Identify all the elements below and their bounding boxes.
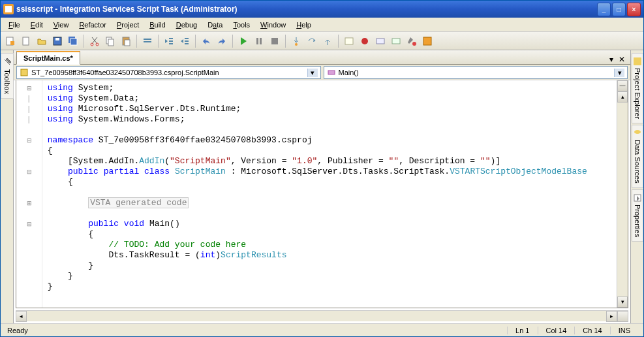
status-ready: Ready [6, 327, 507, 334]
stop-icon[interactable] [268, 34, 282, 48]
toolbar [1, 32, 643, 50]
menu-edit[interactable]: Edit [25, 19, 48, 31]
menubar: File Edit View Refactor Project Build De… [1, 18, 643, 32]
status-char: Ch 14 [574, 327, 609, 334]
menu-debug[interactable]: Debug [171, 19, 202, 31]
close-button[interactable]: × [627, 3, 641, 16]
collapsed-region[interactable]: VSTA generated code [88, 197, 189, 208]
redo-icon[interactable] [215, 34, 229, 48]
scroll-right-icon[interactable]: ▸ [606, 311, 617, 322]
run-icon[interactable] [236, 34, 251, 48]
maximize-button[interactable]: □ [612, 3, 626, 16]
svg-rect-4 [23, 37, 29, 45]
svg-rect-1 [5, 6, 12, 12]
open-icon[interactable] [35, 34, 49, 48]
settings-icon[interactable] [420, 34, 435, 48]
tab-close-icon[interactable]: ✕ [616, 55, 628, 64]
properties-tab[interactable]: Properties [632, 189, 643, 242]
fold-icon[interactable]: ⊟ [27, 83, 32, 93]
step-out-icon[interactable] [320, 34, 335, 48]
code-editor[interactable]: ⊟ │││ ⊟ ⊟ ⊞ ⊟ using System; using System… [16, 80, 628, 308]
menu-tools[interactable]: Tools [228, 19, 255, 31]
svg-rect-34 [328, 71, 335, 74]
svg-point-26 [295, 43, 298, 46]
titlebar: ssisscript - Integration Services Script… [1, 1, 643, 18]
tools-icon[interactable] [405, 34, 419, 48]
breakpoints-icon[interactable] [358, 34, 372, 48]
menu-build[interactable]: Build [144, 19, 170, 31]
svg-rect-14 [125, 40, 130, 46]
window-title: ssisscript - Integration Services Script… [16, 5, 597, 14]
fold-icon[interactable]: ⊟ [27, 219, 32, 229]
fold-icon[interactable]: ⊞ [27, 198, 32, 208]
member-navigator[interactable]: Main()▾ [324, 66, 628, 79]
svg-rect-18 [169, 40, 173, 42]
save-all-icon[interactable] [66, 34, 80, 48]
outdent-icon[interactable] [162, 34, 176, 48]
scroll-up-icon[interactable]: ▴ [617, 91, 628, 103]
status-column: Col 14 [538, 327, 575, 334]
step-over-icon[interactable] [305, 34, 319, 48]
svg-rect-27 [345, 38, 353, 44]
comment-icon[interactable] [140, 34, 155, 48]
class-navigator[interactable]: ST_7e00958ff3f640ffae032450708b3993.cspr… [16, 66, 321, 79]
document-tabs: ScriptMain.cs* ▾ ✕ [14, 50, 630, 65]
copy-icon[interactable] [103, 34, 117, 48]
svg-rect-15 [144, 39, 151, 40]
scroll-down-icon[interactable]: ▾ [617, 297, 628, 308]
statusbar: Ready Ln 1 Col 14 Ch 14 INS [1, 323, 643, 336]
svg-rect-19 [169, 43, 173, 44]
cut-icon[interactable] [87, 34, 102, 48]
output-icon[interactable] [389, 34, 403, 48]
paste-icon[interactable] [119, 34, 133, 48]
svg-point-36 [634, 130, 641, 134]
svg-rect-35 [634, 57, 641, 65]
scroll-split-icon[interactable]: — [617, 80, 628, 91]
menu-help[interactable]: Help [291, 19, 316, 31]
minimize-button[interactable]: _ [597, 3, 611, 16]
svg-rect-32 [423, 37, 431, 45]
pause-icon[interactable] [252, 34, 266, 48]
svg-rect-20 [185, 38, 189, 39]
menu-window[interactable]: Window [255, 19, 291, 31]
new-project-icon[interactable] [3, 34, 18, 48]
svg-rect-21 [185, 40, 189, 42]
svg-rect-33 [21, 69, 27, 76]
svg-rect-22 [185, 43, 189, 44]
status-insert: INS [610, 327, 638, 334]
status-line: Ln 1 [507, 327, 537, 334]
data-sources-tab[interactable]: Data Sources [632, 125, 643, 188]
svg-rect-6 [55, 38, 59, 40]
new-file-icon[interactable] [19, 34, 33, 48]
menu-project[interactable]: Project [112, 19, 144, 31]
svg-rect-17 [169, 38, 173, 39]
menu-file[interactable]: File [3, 19, 25, 31]
menu-refactor[interactable]: Refactor [74, 19, 112, 31]
svg-rect-29 [376, 39, 384, 44]
fold-icon[interactable]: ⊟ [27, 167, 32, 177]
scroll-left-icon[interactable]: ◂ [16, 311, 27, 322]
svg-rect-12 [108, 39, 114, 46]
immediate-icon[interactable] [342, 34, 356, 48]
menu-data[interactable]: Data [202, 19, 228, 31]
toolbox-panel[interactable]: Toolbox [1, 50, 14, 323]
horizontal-scrollbar[interactable]: ◂ ▸ [16, 310, 628, 321]
code-content[interactable]: using System; using System.Data; using M… [42, 80, 617, 308]
svg-rect-23 [256, 38, 258, 44]
project-explorer-tab[interactable]: Project Explorer [632, 53, 643, 123]
step-into-icon[interactable] [289, 34, 303, 48]
svg-rect-24 [260, 38, 262, 44]
app-icon [3, 4, 14, 14]
fold-icon[interactable]: ⊟ [27, 135, 32, 146]
svg-rect-25 [271, 38, 278, 44]
watch-icon[interactable] [373, 34, 388, 48]
save-icon[interactable] [50, 34, 65, 48]
tab-scriptmain[interactable]: ScriptMain.cs* [16, 51, 80, 65]
vertical-scrollbar[interactable]: — ▴ ▾ [617, 80, 628, 308]
tab-dropdown-icon[interactable]: ▾ [607, 55, 616, 64]
right-panels: Project Explorer Data Sources Properties [630, 50, 643, 323]
menu-view[interactable]: View [48, 19, 74, 31]
undo-icon[interactable] [199, 34, 213, 48]
indent-icon[interactable] [177, 34, 192, 48]
svg-point-28 [361, 38, 368, 44]
